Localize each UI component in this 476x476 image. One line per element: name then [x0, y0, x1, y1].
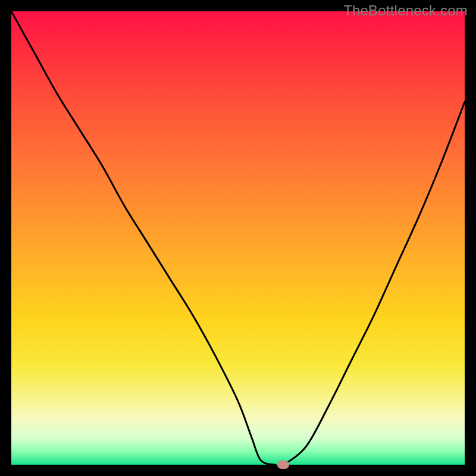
plot-area — [11, 11, 465, 465]
bottleneck-marker — [277, 461, 289, 469]
chart-frame: TheBottleneck.com — [0, 0, 476, 476]
bottleneck-curve — [11, 11, 465, 465]
watermark-text: TheBottleneck.com — [343, 2, 468, 19]
